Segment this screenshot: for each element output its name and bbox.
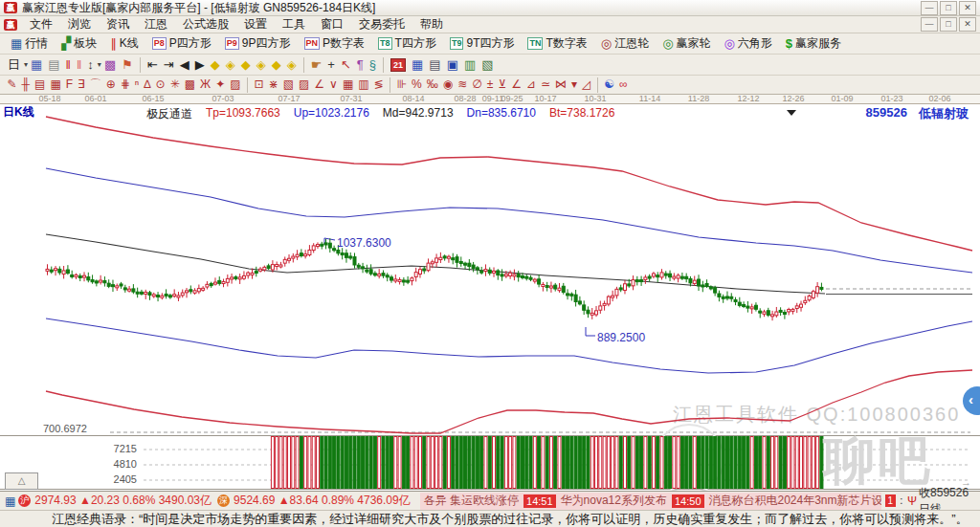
message-count-badge: 1 bbox=[885, 494, 897, 507]
stock-label: 859526 低辐射玻 bbox=[866, 105, 969, 122]
news-ticker[interactable]: 各异 集运欧线涨停14:51华为nova12系列发布14:50消息称台积电202… bbox=[420, 493, 881, 510]
volume-scale-label: 7215 bbox=[43, 443, 137, 454]
pane-label: 日K线 bbox=[3, 104, 34, 121]
shanghai-index-icon: 沪 bbox=[18, 494, 31, 507]
shanghai-index[interactable]: 2974.93 ▲20.23 0.68% 3490.03亿 bbox=[34, 493, 212, 509]
indicator-tp: Tp=1093.7663 bbox=[206, 106, 280, 122]
volume-scale-label: 2405 bbox=[43, 473, 137, 485]
indicator-bt: Bt=738.1726 bbox=[549, 106, 614, 122]
news-item: 各异 集运欧线涨停 bbox=[424, 493, 519, 509]
status-bar: ▦ 沪 2974.93 ▲20.23 0.68% 3490.03亿 深 9524… bbox=[0, 491, 980, 510]
watermark-chat: 聊吧 bbox=[823, 427, 934, 496]
news-item: 华为nova12系列发布 bbox=[561, 493, 667, 509]
indicator-readout: 极反通道 Tp=1093.7663 Up=1023.2176 Md=942.97… bbox=[146, 106, 614, 122]
expand-pane-button[interactable]: △ bbox=[5, 472, 38, 490]
indicator-name: 极反通道 bbox=[146, 106, 192, 122]
shenzhen-index-icon: 深 bbox=[217, 494, 230, 507]
news-item: 消息称台积电2024年3nm新芯片设计定案数量激增 bbox=[709, 493, 881, 509]
indicator-up: Up=1023.2176 bbox=[294, 106, 369, 122]
bt-level-label: 700.6972 bbox=[43, 423, 87, 434]
quote-bar: 江恩经典语录：“时间是决定市场走势的重要因素，经过详细研究大市及个别股票的过往记… bbox=[0, 510, 980, 527]
volume-scale-label: 4810 bbox=[43, 458, 137, 470]
antenna-icon: Ψ bbox=[907, 494, 917, 508]
news-time-badge: 14:51 bbox=[523, 494, 556, 508]
indicator-md: Md=942.9713 bbox=[383, 106, 454, 122]
grid-icon[interactable]: ▦ bbox=[2, 494, 18, 509]
colon-separator: ： bbox=[896, 493, 907, 509]
news-time-badge: 14:50 bbox=[672, 494, 704, 508]
stock-code: 859526 bbox=[866, 105, 907, 122]
annotation-high: 1037.6300 bbox=[337, 236, 391, 250]
indicator-dn: Dn=835.6710 bbox=[467, 106, 536, 122]
annotation-low: 889.2500 bbox=[597, 331, 645, 344]
gann-quote-text: 江恩经典语录：“时间是决定市场走势的重要因素，经过详细研究大市及个别股票的过往记… bbox=[52, 512, 969, 526]
stock-name: 低辐射玻 bbox=[919, 105, 969, 122]
shenzhen-index[interactable]: 9524.69 ▲83.64 0.89% 4736.09亿 bbox=[234, 493, 411, 509]
